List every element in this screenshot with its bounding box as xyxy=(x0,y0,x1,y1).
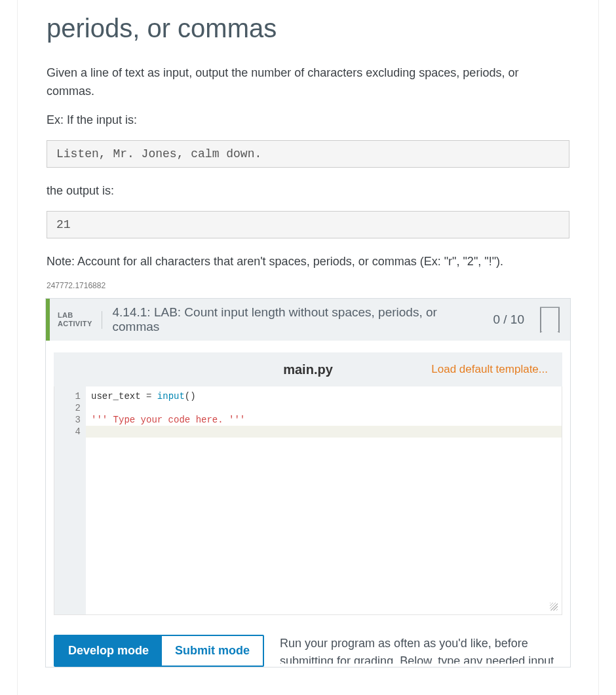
problem-intro: Given a line of text as input, output th… xyxy=(47,64,569,101)
editor-header: main.py Load default template... xyxy=(54,352,562,386)
editor-code[interactable]: user_text = input() ''' Type your code h… xyxy=(86,386,562,430)
load-default-template-link[interactable]: Load default template... xyxy=(431,363,562,376)
editor-gutter: 1 2 3 4 xyxy=(54,386,86,614)
submit-mode-button[interactable]: Submit mode xyxy=(162,636,263,666)
line-number: 1 xyxy=(54,390,81,402)
resize-handle-icon[interactable] xyxy=(550,603,558,610)
mode-row: Develop mode Submit mode Run your progra… xyxy=(54,635,562,667)
line-number: 2 xyxy=(54,402,81,414)
lab-badge-line2: ACTIVITY xyxy=(58,320,92,328)
lab-title: 4.14.1: LAB: Count input length without … xyxy=(113,305,483,334)
develop-mode-button[interactable]: Develop mode xyxy=(55,636,162,666)
editor-code-area[interactable]: user_text = input() ''' Type your code h… xyxy=(86,386,562,614)
example-output-block: 21 xyxy=(47,211,569,238)
example-input-block: Listen, Mr. Jones, calm down. xyxy=(47,140,569,168)
mode-toggle: Develop mode Submit mode xyxy=(54,635,264,667)
lab-score: 0 / 10 xyxy=(493,312,524,327)
lab-header: LAB ACTIVITY 4.14.1: LAB: Count input le… xyxy=(46,299,570,341)
code-token: = xyxy=(141,391,157,402)
line-number: 3 xyxy=(54,414,81,426)
example-output-label: the output is: xyxy=(47,182,569,200)
code-token: () xyxy=(185,391,196,402)
lab-activity-panel: LAB ACTIVITY 4.14.1: LAB: Count input le… xyxy=(45,298,571,667)
problem-note: Note: Account for all characters that ar… xyxy=(47,253,569,271)
question-id: 247772.1716882 xyxy=(47,281,569,290)
lab-badge-line1: LAB xyxy=(58,311,73,319)
lab-badge: LAB ACTIVITY xyxy=(58,311,102,329)
code-editor[interactable]: 1 2 3 4 user_text = input() ''' Type you… xyxy=(54,386,562,615)
editor-filename: main.py xyxy=(283,362,333,377)
bookmark-icon[interactable] xyxy=(540,307,560,333)
mode-description: Run your program as often as you'd like,… xyxy=(280,635,562,664)
code-token: ''' Type your code here. ''' xyxy=(91,415,245,425)
code-token: input xyxy=(157,391,185,402)
code-token: user_text xyxy=(91,391,141,402)
page-title: periods, or commas xyxy=(47,12,569,45)
line-number: 4 xyxy=(54,426,81,438)
example-input-label: Ex: If the input is: xyxy=(47,111,569,130)
